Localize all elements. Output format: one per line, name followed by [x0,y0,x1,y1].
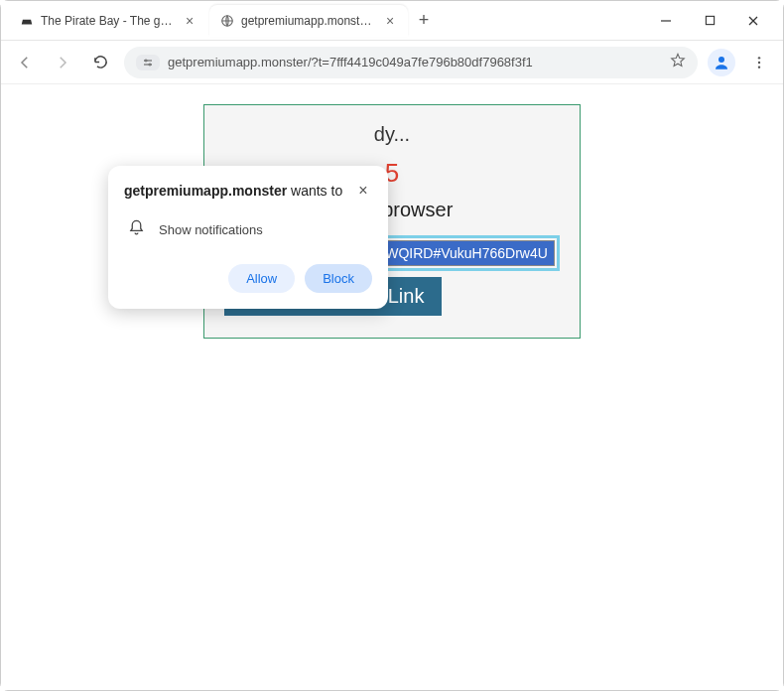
reload-button[interactable] [86,49,114,76]
notification-header: getpremiumapp.monster wants to × [124,182,372,200]
minimize-button[interactable] [652,7,680,35]
bell-icon [128,219,145,240]
allow-button[interactable]: Allow [228,264,295,293]
back-button[interactable] [11,49,39,76]
maximize-button[interactable] [696,7,723,35]
bookmark-star-icon[interactable] [670,53,686,71]
forward-button[interactable] [49,49,76,76]
browser-window: The Pirate Bay - The galaxy's m × getpre… [0,0,784,691]
svg-point-8 [149,64,151,66]
tabs-area: The Pirate Bay - The galaxy's m × getpre… [9,1,652,40]
globe-icon [219,13,235,29]
tab-inactive[interactable]: The Pirate Bay - The galaxy's m × [9,5,207,37]
site-info-badge[interactable] [136,55,160,70]
svg-point-12 [758,57,760,59]
tab-title: The Pirate Bay - The galaxy's m [41,14,176,28]
block-button[interactable]: Block [305,264,372,293]
watermark-text: risk.com [180,412,581,538]
notification-title: getpremiumapp.monster wants to [124,182,342,200]
svg-rect-2 [706,16,714,24]
close-icon[interactable]: × [354,182,372,200]
new-tab-button[interactable]: + [410,7,438,35]
ship-icon [19,13,35,29]
tab-title: getpremiumapp.monster/?t=7f [241,14,376,28]
close-icon[interactable]: × [382,13,398,29]
window-controls [652,7,775,35]
kebab-menu-icon[interactable] [745,49,773,76]
notification-body: Show notifications [124,219,372,240]
svg-point-14 [758,66,760,68]
close-icon[interactable]: × [182,13,197,29]
notification-wants: wants to [287,183,342,199]
notification-site: getpremiumapp.monster [124,183,287,199]
toolbar: getpremiumapp.monster/?t=7fff4419c049a7f… [1,41,783,84]
svg-point-11 [719,57,724,63]
notification-body-text: Show notifications [159,222,263,237]
svg-point-13 [758,61,760,63]
address-bar[interactable]: getpremiumapp.monster/?t=7fff4419c049a7f… [124,47,698,78]
url-text: getpremiumapp.monster/?t=7fff4419c049a7f… [168,55,662,69]
ready-text: dy... [224,123,560,146]
notification-actions: Allow Block [124,264,372,293]
tab-active[interactable]: getpremiumapp.monster/?t=7f × [209,5,408,37]
profile-button[interactable] [708,49,735,76]
tune-icon [142,57,154,69]
notification-permission-popup: getpremiumapp.monster wants to × Show no… [108,166,388,309]
close-window-button[interactable] [739,7,767,35]
titlebar: The Pirate Bay - The galaxy's m × getpre… [1,1,783,41]
svg-point-5 [145,60,147,62]
page-content: PC risk.com dy... 5 RL in browser Copy D… [1,84,783,690]
